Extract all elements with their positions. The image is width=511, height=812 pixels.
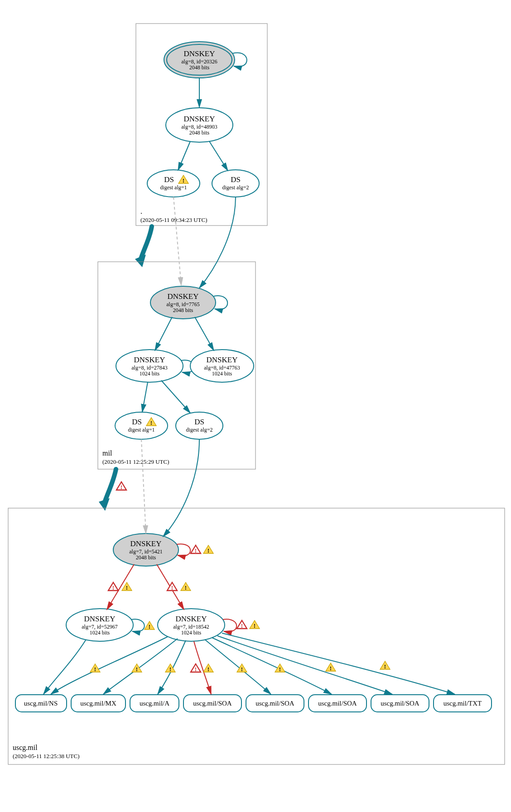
svg-text:alg=8, id=20326: alg=8, id=20326: [181, 58, 217, 65]
edge-zsk2-txt: [222, 633, 455, 694]
warning-icon: [181, 582, 191, 591]
node-uscg-zsk1: DNSKEY alg=7, id=52967 1024 bits: [66, 609, 133, 641]
svg-text:uscg.mil/SOA: uscg.mil/SOA: [193, 700, 232, 707]
edge-milzsk1-ds1: [142, 382, 148, 412]
svg-text:DNSKEY: DNSKEY: [134, 356, 165, 364]
warning-icon: [275, 664, 285, 673]
error-icon: [237, 620, 247, 629]
edge-rootds1-milksk: [174, 197, 181, 285]
svg-marker-40: [99, 498, 110, 511]
dnssec-graph: ! ! . (2020-05-11 09:34:23 UTC) DNSKEY a…: [0, 0, 511, 812]
edge-milksk-zsk1: [155, 317, 172, 351]
svg-text:2048 bits: 2048 bits: [189, 64, 210, 71]
edge-zsk2-ns: [51, 637, 168, 694]
edge-rootds2-milksk: [199, 197, 236, 288]
svg-text:DS: DS: [194, 418, 204, 426]
error-icon: [191, 664, 201, 673]
zone-uscg: uscg.mil (2020-05-11 12:25:38 UTC) DNSKE…: [8, 439, 505, 764]
svg-text:2048 bits: 2048 bits: [173, 307, 193, 313]
node-rr-mx: uscg.mil/MX: [71, 695, 125, 712]
svg-text:digest alg=2: digest alg=2: [222, 184, 249, 191]
node-rr-txt: uscg.mil/TXT: [434, 695, 492, 712]
svg-text:DNSKEY: DNSKEY: [207, 356, 238, 364]
svg-text:2048 bits: 2048 bits: [136, 554, 156, 561]
warning-icon: [145, 621, 154, 630]
svg-text:digest alg=2: digest alg=2: [186, 427, 212, 433]
node-rr-a: uscg.mil/A: [130, 695, 179, 712]
svg-text:uscg.mil/SOA: uscg.mil/SOA: [381, 700, 419, 707]
error-icon: [108, 582, 118, 591]
svg-text:uscg.mil/MX: uscg.mil/MX: [80, 700, 116, 707]
node-uscg-ksk: DNSKEY alg=7, id=5421 2048 bits: [113, 533, 178, 566]
node-rr-soa2: uscg.mil/SOA: [246, 695, 304, 712]
edge-milzsk1-ds2: [161, 380, 190, 413]
node-rr-ns: uscg.mil/NS: [15, 695, 67, 712]
warning-icon: [237, 664, 247, 673]
zone-uscg-label: uscg.mil: [13, 744, 38, 752]
zone-root-timestamp: (2020-05-11 09:34:23 UTC): [140, 216, 207, 223]
error-icon: [116, 482, 126, 490]
edge-zsk2-soa3: [212, 638, 332, 694]
svg-text:alg=8, id=27843: alg=8, id=27843: [131, 365, 168, 371]
svg-text:uscg.mil/TXT: uscg.mil/TXT: [444, 700, 482, 707]
svg-text:alg=7, id=52967: alg=7, id=52967: [82, 624, 118, 630]
warning-icon: [380, 661, 390, 670]
svg-text:uscg.mil/SOA: uscg.mil/SOA: [318, 700, 357, 707]
warning-icon: [132, 664, 142, 673]
node-rr-soa4: uscg.mil/SOA: [371, 695, 429, 712]
edge-milds1-uscgksk: [141, 439, 146, 533]
edge-zsk2-soa2: [205, 639, 271, 694]
svg-text:alg=7, id=18542: alg=7, id=18542: [173, 624, 209, 630]
svg-text:DNSKEY: DNSKEY: [84, 615, 116, 623]
warning-icon: [90, 664, 100, 673]
svg-text:DS: DS: [231, 175, 241, 184]
svg-text:DS: DS: [164, 175, 174, 184]
svg-text:uscg.mil/NS: uscg.mil/NS: [24, 700, 58, 707]
svg-text:uscg.mil/SOA: uscg.mil/SOA: [256, 700, 294, 707]
node-root-ksk: DNSKEY alg=8, id=20326 2048 bits: [164, 42, 235, 78]
zone-root: . (2020-05-11 09:34:23 UTC) DNSKEY alg=8…: [136, 24, 267, 226]
svg-text:2048 bits: 2048 bits: [189, 130, 210, 136]
svg-text:alg=7, id=5421: alg=7, id=5421: [129, 548, 163, 555]
svg-text:digest alg=1: digest alg=1: [128, 427, 154, 433]
node-mil-ds2: DS digest alg=2: [176, 412, 223, 439]
delegation-root-mil: [140, 226, 152, 260]
edge-milksk-zsk2: [195, 317, 214, 351]
svg-text:1024 bits: 1024 bits: [90, 629, 110, 636]
svg-text:alg=8, id=7765: alg=8, id=7765: [166, 301, 200, 308]
warning-icon: [203, 664, 213, 673]
svg-text:DNSKEY: DNSKEY: [130, 539, 162, 548]
svg-text:1024 bits: 1024 bits: [181, 629, 202, 636]
svg-text:DS: DS: [132, 418, 142, 426]
zone-mil: mil (2020-05-11 12:25:29 UTC) DNSKEY alg…: [98, 197, 256, 469]
zone-root-label: .: [140, 207, 142, 215]
error-icon: [191, 545, 201, 554]
svg-text:alg=8, id=48903: alg=8, id=48903: [181, 124, 217, 130]
svg-text:DNSKEY: DNSKEY: [168, 292, 199, 301]
svg-text:DNSKEY: DNSKEY: [184, 115, 215, 123]
node-mil-zsk2: DNSKEY alg=8, id=47763 1024 bits: [190, 350, 254, 382]
svg-text:digest alg=1: digest alg=1: [160, 184, 187, 191]
node-rr-soa3: uscg.mil/SOA: [309, 695, 366, 712]
svg-text:1024 bits: 1024 bits: [212, 370, 232, 377]
edge-zsk2-soa4: [217, 636, 392, 694]
svg-text:1024 bits: 1024 bits: [140, 370, 160, 377]
edge-root-zsk-ds2: [209, 141, 228, 171]
edge-milds2-uscgksk: [163, 439, 199, 537]
leaf-row: uscg.mil/NS uscg.mil/MX uscg.mil/A uscg.…: [15, 695, 492, 712]
warning-icon: [122, 582, 132, 591]
zone-mil-timestamp: (2020-05-11 12:25:29 UTC): [102, 458, 169, 465]
svg-text:DNSKEY: DNSKEY: [184, 49, 215, 58]
zone-mil-label: mil: [102, 449, 112, 457]
svg-text:uscg.mil/A: uscg.mil/A: [140, 700, 169, 707]
node-mil-ds1: DS digest alg=1: [115, 412, 168, 439]
node-mil-zsk1: DNSKEY alg=8, id=27843 1024 bits: [116, 350, 183, 382]
zone-uscg-timestamp: (2020-05-11 12:25:38 UTC): [13, 753, 80, 759]
svg-text:DNSKEY: DNSKEY: [176, 615, 207, 623]
delegation-mil-uscg: [104, 469, 116, 504]
node-rr-soa1: uscg.mil/SOA: [183, 695, 241, 712]
node-root-ds1: DS digest alg=1: [147, 170, 200, 197]
warning-icon: [203, 545, 213, 554]
node-root-zsk: DNSKEY alg=8, id=48903 2048 bits: [166, 108, 233, 142]
edge-zsk2-mx: [103, 639, 178, 694]
